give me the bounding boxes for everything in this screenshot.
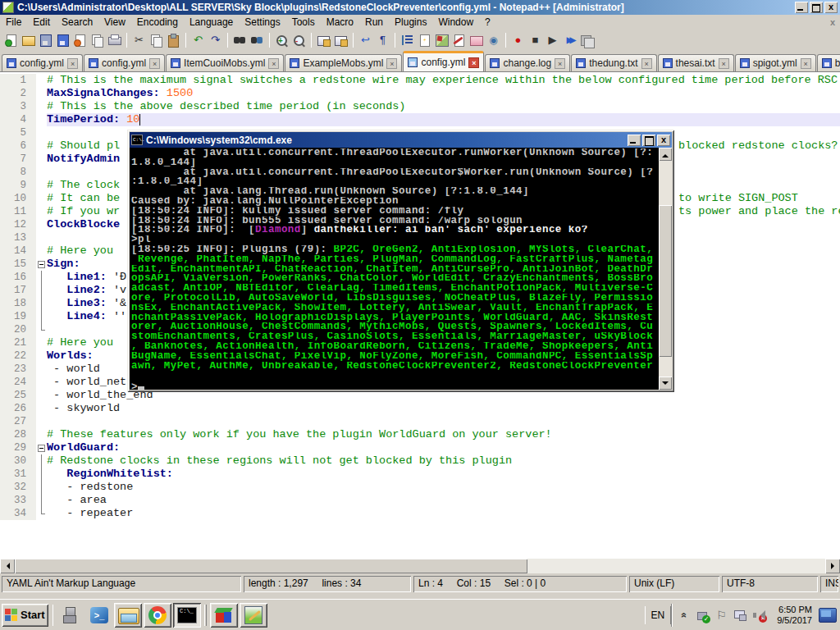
redo-icon[interactable]: ↷ xyxy=(208,33,223,48)
powershell-icon[interactable]: >_ xyxy=(85,603,113,628)
scroll-left-icon[interactable] xyxy=(0,559,15,573)
tab-thedung.txt[interactable]: thedung.txt× xyxy=(571,54,656,71)
tab-bukkit.yml[interactable]: bukkit.yml× xyxy=(817,54,840,71)
zoom-in-icon[interactable]: + xyxy=(274,33,290,48)
menu-item-macro[interactable]: Macro xyxy=(321,16,359,29)
tab-close-icon[interactable]: × xyxy=(386,58,397,69)
tab-config.yml[interactable]: config.yml× xyxy=(2,54,83,71)
menu-item-search[interactable]: Search xyxy=(56,16,98,29)
cmd-button[interactable]: C:\_ xyxy=(173,603,201,628)
macro-run-multiple-icon[interactable]: ▶▶ xyxy=(562,33,578,48)
new-file-icon[interactable] xyxy=(3,33,19,48)
menu-close-icon[interactable]: x xyxy=(830,17,835,27)
npp-title-bar[interactable]: C:\Users\Administrator\Desktop\ALL SERVE… xyxy=(0,0,840,15)
tab-close-icon[interactable]: × xyxy=(268,58,279,69)
show-all-characters-icon[interactable]: ¶ xyxy=(375,33,390,48)
tab-config.yml[interactable]: config.yml× xyxy=(403,51,484,71)
fold-margin[interactable] xyxy=(36,441,47,454)
console-output[interactable]: at java.util.concurrent.ThreadPoolExecut… xyxy=(130,148,672,390)
minimize-button[interactable] xyxy=(795,2,808,13)
taskbar-clock[interactable]: 6:50 PM 9/5/2017 xyxy=(770,605,819,626)
close-icon[interactable] xyxy=(72,33,88,48)
scroll-down-icon[interactable] xyxy=(659,377,672,390)
taskbar-grip[interactable] xyxy=(204,605,207,626)
show-desktop-icon[interactable] xyxy=(819,608,837,623)
macro-record-icon[interactable]: ● xyxy=(510,33,526,48)
server-manager-icon[interactable] xyxy=(57,603,85,628)
menu-item-encoding[interactable]: Encoding xyxy=(131,16,184,29)
menu-item-plugins[interactable]: Plugins xyxy=(389,16,432,29)
cut-icon[interactable]: ✂ xyxy=(131,33,147,48)
close-all-icon[interactable] xyxy=(89,33,105,48)
scroll-up-icon[interactable] xyxy=(659,148,672,161)
horizontal-scrollbar[interactable] xyxy=(0,559,840,573)
tab-close-icon[interactable]: × xyxy=(555,58,565,69)
start-button[interactable]: Start xyxy=(2,604,48,627)
console-scrollbar[interactable] xyxy=(659,148,672,390)
copy-icon[interactable] xyxy=(148,33,164,48)
tab-config.yml[interactable]: config.yml× xyxy=(84,54,165,71)
chrome-button[interactable] xyxy=(144,603,171,628)
macro-save-icon[interactable] xyxy=(579,33,595,48)
tab-close-icon[interactable]: × xyxy=(641,58,652,69)
macro-stop-icon[interactable]: ■ xyxy=(527,33,543,48)
cmd-minimize-button[interactable] xyxy=(628,135,641,146)
folder-workspace-icon[interactable] xyxy=(468,33,484,48)
tab-ExampleMobs.yml[interactable]: ExampleMobs.yml× xyxy=(285,54,402,71)
close-button[interactable]: x xyxy=(824,2,838,13)
undo-icon[interactable]: ↶ xyxy=(190,33,206,48)
open-file-icon[interactable] xyxy=(21,33,36,48)
find-icon[interactable] xyxy=(232,33,248,48)
menu-item-help[interactable]: ? xyxy=(479,16,496,29)
status-insert-mode[interactable]: INS xyxy=(820,576,838,592)
fold-margin[interactable] xyxy=(36,258,47,271)
action-center-flag-icon[interactable]: ⚐ xyxy=(714,609,728,622)
menu-item-window[interactable]: Window xyxy=(432,16,479,29)
horizontal-scroll-thumb[interactable] xyxy=(15,559,527,573)
word-wrap-icon[interactable]: ↩ xyxy=(358,33,373,48)
tab-thesai.txt[interactable]: thesai.txt× xyxy=(658,54,734,71)
menu-item-language[interactable]: Language xyxy=(184,16,239,29)
replace-icon[interactable] xyxy=(249,33,265,48)
menu-item-view[interactable]: View xyxy=(98,16,131,29)
macro-play-icon[interactable]: ▶ xyxy=(545,33,560,48)
cmd-title-bar[interactable]: C:\. C:\Windows\system32\cmd.exe x xyxy=(130,132,672,148)
tab-close-icon[interactable]: × xyxy=(468,57,479,68)
hidden-icons-chevron-icon[interactable]: » xyxy=(677,609,690,622)
tab-spigot.yml[interactable]: spigot.yml× xyxy=(735,54,816,71)
document-edit-icon[interactable] xyxy=(451,33,467,48)
shortcut-mapper-icon[interactable] xyxy=(417,33,432,48)
print-icon[interactable] xyxy=(107,33,122,48)
sync-horizontal-icon[interactable] xyxy=(333,33,349,48)
maximize-button[interactable] xyxy=(810,2,823,13)
fold-collapse-icon[interactable] xyxy=(38,261,45,268)
tab-change.log[interactable]: change.log× xyxy=(485,54,570,71)
fold-collapse-icon[interactable] xyxy=(38,445,45,452)
safely-remove-hardware-icon[interactable]: ✓ xyxy=(696,609,709,622)
zoom-out-icon[interactable]: - xyxy=(291,33,307,48)
tab-close-icon[interactable]: × xyxy=(149,58,160,69)
cmd-maximize-button[interactable] xyxy=(642,135,655,146)
sync-vertical-icon[interactable] xyxy=(316,33,331,48)
status-encoding[interactable]: UTF-8 xyxy=(722,576,818,592)
monitoring-eye-icon[interactable]: ◉ xyxy=(486,33,501,48)
explorer-button[interactable] xyxy=(114,603,142,628)
tab-close-icon[interactable]: × xyxy=(801,58,811,69)
menu-item-run[interactable]: Run xyxy=(359,16,389,29)
menu-item-settings[interactable]: Settings xyxy=(239,16,285,29)
indent-guide-icon[interactable] xyxy=(399,33,415,48)
language-indicator[interactable]: EN xyxy=(645,606,672,624)
volume-muted-icon[interactable]: × xyxy=(752,609,765,622)
save-all-icon[interactable] xyxy=(55,33,71,48)
document-map-icon[interactable] xyxy=(434,33,450,48)
menu-item-tools[interactable]: Tools xyxy=(286,16,321,29)
scroll-right-icon[interactable] xyxy=(825,559,840,573)
save-icon[interactable] xyxy=(38,33,53,48)
status-eol-format[interactable]: Unix (LF) xyxy=(629,576,719,592)
menu-item-edit[interactable]: Edit xyxy=(27,16,56,29)
cmd-close-button[interactable]: x xyxy=(657,135,670,146)
network-icon[interactable] xyxy=(733,609,746,622)
tab-ItemCuoiMobs.yml[interactable]: ItemCuoiMobs.yml× xyxy=(166,54,284,71)
paste-icon[interactable] xyxy=(166,33,181,48)
notepad-plus-plus-button[interactable] xyxy=(240,603,267,628)
